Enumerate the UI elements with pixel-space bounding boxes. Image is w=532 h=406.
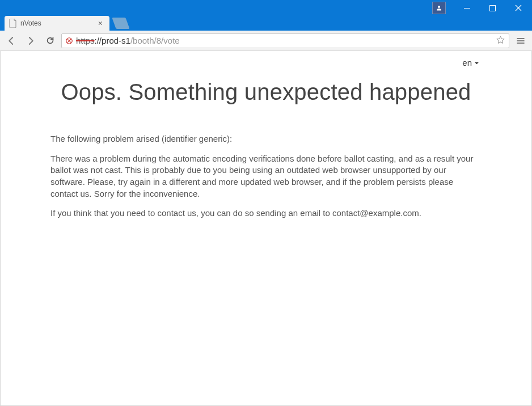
svg-rect-1 (464, 8, 470, 9)
window-titlebar (0, 0, 532, 16)
browser-tab[interactable]: nVotes × (5, 16, 109, 31)
tab-strip: nVotes × (0, 16, 532, 31)
language-label: en (462, 58, 472, 67)
error-intro: The following problem arised (identifier… (50, 133, 482, 145)
page-icon (9, 19, 17, 28)
minimize-button[interactable] (454, 0, 480, 16)
error-heading: Oops. Something unexpected happened (50, 79, 482, 105)
close-window-button[interactable] (505, 0, 531, 16)
page-content: en Oops. Something unexpected happened T… (50, 51, 482, 239)
browser-menu-button[interactable] (513, 33, 529, 49)
svg-point-0 (438, 6, 440, 8)
error-body: There was a problem during the automatic… (50, 153, 482, 200)
browser-toolbar: https://prod-s1/booth/8/vote (0, 31, 532, 51)
svg-rect-2 (490, 5, 496, 11)
bookmark-star-icon[interactable] (496, 35, 505, 46)
url-protocol: https (76, 36, 95, 45)
insecure-connection-icon[interactable] (65, 37, 73, 45)
address-bar[interactable]: https://prod-s1/booth/8/vote (61, 33, 509, 48)
url-sep: :// (95, 36, 102, 45)
user-profile-icon[interactable] (432, 2, 446, 14)
close-tab-button[interactable]: × (96, 19, 105, 27)
language-switcher[interactable]: en (462, 58, 479, 67)
forward-button[interactable] (23, 33, 39, 49)
page-viewport: en Oops. Something unexpected happened T… (0, 51, 532, 406)
maximize-button[interactable] (480, 0, 505, 16)
url-text: https://prod-s1/booth/8/vote (76, 36, 180, 45)
error-contact: If you think that you need to contact us… (50, 208, 482, 219)
back-button[interactable] (3, 33, 19, 49)
reload-button[interactable] (42, 33, 58, 49)
url-host: prod-s1 (102, 36, 130, 45)
new-tab-button[interactable] (112, 18, 129, 29)
tab-title: nVotes (20, 19, 41, 27)
caret-down-icon (474, 58, 479, 67)
url-path: /booth/8/vote (130, 36, 180, 45)
